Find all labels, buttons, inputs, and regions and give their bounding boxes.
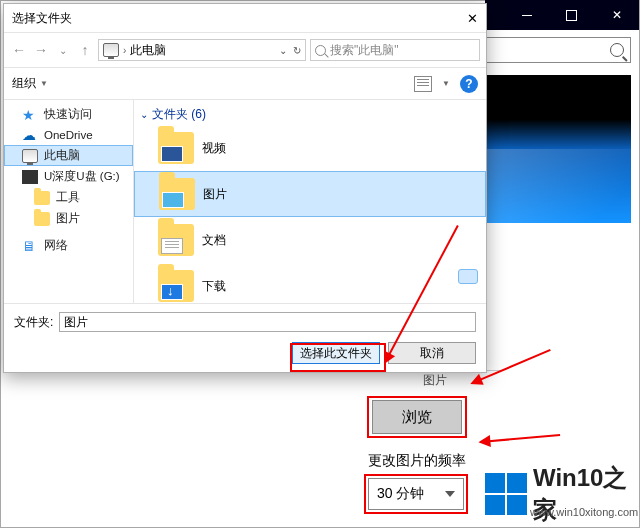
- close-button[interactable]: [594, 0, 639, 30]
- folder-icon: [158, 270, 194, 302]
- toolbar: 组织 ▼ ▼ ?: [4, 68, 486, 100]
- nav-bar: › 此电脑 ⌄↻ 搜索"此电脑": [4, 32, 486, 68]
- browse-button[interactable]: 浏览: [372, 400, 462, 434]
- sidebar-item-this-pc[interactable]: 此电脑: [4, 145, 133, 166]
- back-button[interactable]: [10, 41, 28, 59]
- view-button[interactable]: [414, 76, 432, 92]
- folder-pictures[interactable]: 图片: [134, 171, 486, 217]
- search-icon: [610, 43, 624, 57]
- breadcrumb[interactable]: 此电脑: [130, 42, 166, 59]
- folder-icon: [158, 132, 194, 164]
- search-input[interactable]: 搜索"此电脑": [310, 39, 480, 61]
- sidebar-item-onedrive[interactable]: OneDrive: [4, 125, 133, 145]
- search-icon: [315, 45, 326, 56]
- folder-icon: [34, 191, 50, 205]
- forward-button[interactable]: [32, 41, 50, 59]
- refresh-icon[interactable]: ↻: [293, 45, 301, 56]
- pc-icon: [22, 149, 38, 163]
- chevron-right-icon: ›: [123, 45, 126, 56]
- chevron-down-icon: [445, 491, 455, 497]
- dialog-footer: 文件夹: 选择此文件夹 取消: [4, 303, 486, 372]
- lock-overlay: [458, 269, 478, 284]
- folder-icon: [158, 224, 194, 256]
- pc-icon: [103, 43, 119, 57]
- close-icon[interactable]: [467, 11, 478, 26]
- folder-icon: [34, 212, 50, 226]
- wallpaper-preview: [485, 75, 631, 223]
- dialog-titlebar: 选择文件夹: [4, 4, 486, 32]
- settings-search[interactable]: [485, 37, 631, 63]
- settings-titlebar: [485, 0, 639, 30]
- dialog-title: 选择文件夹: [12, 10, 72, 27]
- onedrive-icon: [22, 128, 38, 142]
- folder-name-input[interactable]: [59, 312, 476, 332]
- windows-icon: [485, 473, 527, 515]
- select-folder-button[interactable]: 选择此文件夹: [292, 342, 380, 364]
- minimize-button[interactable]: [504, 0, 549, 30]
- address-bar[interactable]: › 此电脑 ⌄↻: [98, 39, 306, 61]
- sidebar-item-pictures[interactable]: 图片: [4, 208, 133, 229]
- group-header[interactable]: 文件夹 (6): [134, 104, 486, 125]
- sidebar-item-usb[interactable]: U深度U盘 (G:): [4, 166, 133, 187]
- sidebar-item-network[interactable]: 网络: [4, 235, 133, 256]
- help-button[interactable]: ?: [460, 75, 478, 93]
- up-button[interactable]: [76, 41, 94, 59]
- sidebar-item-tools[interactable]: 工具: [4, 187, 133, 208]
- sidebar: 快速访问 OneDrive 此电脑 U深度U盘 (G:) 工具 图片 网络: [4, 100, 134, 303]
- settings-window: [485, 0, 639, 520]
- maximize-button[interactable]: [549, 0, 594, 30]
- cancel-button[interactable]: 取消: [388, 342, 476, 364]
- network-icon: [22, 239, 38, 253]
- folder-name-label: 文件夹:: [14, 314, 53, 331]
- frequency-label: 更改图片的频率: [368, 452, 466, 470]
- frequency-select[interactable]: 30 分钟: [368, 478, 464, 510]
- file-dialog: 选择文件夹 › 此电脑 ⌄↻ 搜索"此电脑" 组织 ▼ ▼ ? 快速访问: [3, 3, 487, 373]
- frequency-value: 30 分钟: [377, 485, 424, 503]
- history-button[interactable]: [54, 41, 72, 59]
- search-placeholder: 搜索"此电脑": [330, 42, 399, 59]
- folder-icon: [159, 178, 195, 210]
- dropdown-icon[interactable]: ⌄: [279, 45, 287, 56]
- sidebar-item-quick-access[interactable]: 快速访问: [4, 104, 133, 125]
- watermark-url: www.win10xitong.com: [530, 506, 638, 518]
- usb-icon: [22, 170, 38, 184]
- organize-menu[interactable]: 组织: [12, 75, 36, 92]
- folder-documents[interactable]: 文档: [134, 217, 486, 263]
- folder-videos[interactable]: 视频: [134, 125, 486, 171]
- star-icon: [22, 108, 38, 122]
